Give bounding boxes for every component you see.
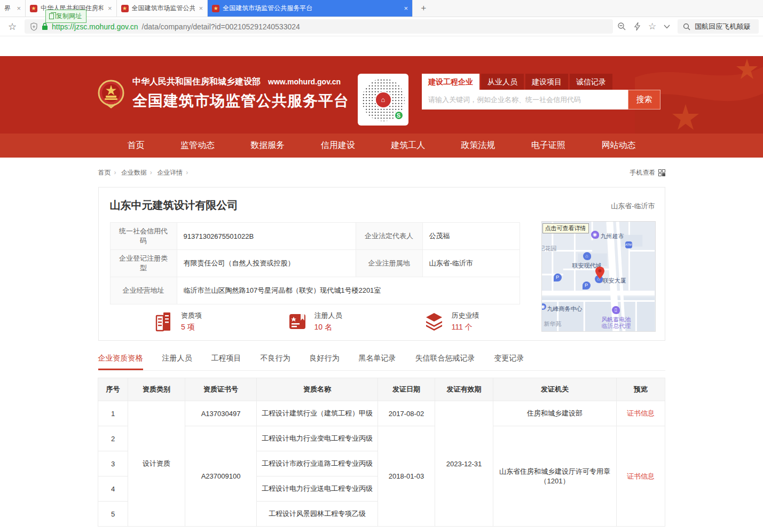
search-tab-credit[interactable]: 诚信记录 bbox=[570, 74, 612, 90]
emblem-favicon-icon: ★ bbox=[212, 5, 219, 12]
supermarket-pin-icon: ◉ bbox=[591, 231, 599, 239]
table-header-row: 序号 资质类别 资质证书号 资质名称 发证日期 发证有效期 发证机关 预览 bbox=[98, 378, 665, 401]
tab-projects[interactable]: 工程项目 bbox=[211, 354, 241, 370]
row-no: 3 bbox=[98, 451, 128, 476]
tab-qualifications[interactable]: 企业资质资格 bbox=[98, 354, 143, 370]
main-nav: 首页 监管动态 数据服务 信用建设 建筑工人 政策法规 电子证照 网站动态 bbox=[0, 134, 763, 158]
breadcrumb-home[interactable]: 首页 bbox=[98, 169, 111, 176]
lightning-icon[interactable] bbox=[634, 22, 641, 31]
search-tab-enterprise[interactable]: 建设工程企业 bbox=[422, 74, 479, 90]
building-icon bbox=[154, 311, 174, 332]
authority-cell: 住房和城乡建设部 bbox=[493, 401, 617, 426]
company-region: 山东省-临沂市 bbox=[611, 201, 655, 211]
tab-dishonesty[interactable]: 失信联合惩戒记录 bbox=[415, 354, 475, 370]
site-search-button[interactable]: 搜索 bbox=[628, 90, 660, 109]
copy-url-tooltip[interactable]: 复制网址 bbox=[45, 10, 86, 23]
platform-title: 全国建筑市场监管公共服务平台 bbox=[132, 91, 349, 111]
site-search-module: 建设工程企业 从业人员 建设项目 诚信记录 搜索 bbox=[422, 74, 660, 109]
tab-close-icon[interactable]: × bbox=[17, 4, 21, 12]
browser-tab-2[interactable]: ★ 全国建筑市场监管公共服务平台 × bbox=[117, 0, 208, 17]
qr-mini-icon bbox=[658, 169, 665, 176]
spacer bbox=[0, 36, 763, 56]
nav-home[interactable]: 首页 bbox=[128, 140, 145, 151]
qual-name-cell: 工程设计电力行业变电工程专业丙级 bbox=[257, 426, 378, 451]
search-tab-personnel[interactable]: 从业人员 bbox=[481, 74, 524, 90]
nav-site-news[interactable]: 网站动态 bbox=[601, 140, 635, 151]
qual-name-cell: 工程设计风景园林工程专项乙级 bbox=[257, 502, 378, 527]
tab-good-behavior[interactable]: 良好行为 bbox=[310, 354, 340, 370]
wechat-icon: S bbox=[394, 111, 404, 120]
new-tab-button[interactable]: ＋ bbox=[413, 0, 434, 17]
address-bar[interactable]: https://jzsc.mohurd.gov.cn/data/company/… bbox=[25, 19, 613, 34]
certificate-icon bbox=[288, 312, 307, 331]
map-label-jiufeng: 九峰商务中心 bbox=[547, 305, 583, 313]
col-issue-date: 发证日期 bbox=[378, 378, 435, 401]
issue-date-cell: 2018-01-03 bbox=[378, 426, 435, 527]
browser-quick-search[interactable]: 国航回应飞机颠簸 bbox=[678, 19, 759, 34]
stat-label: 资质项 bbox=[181, 311, 202, 320]
site-header: 中华人民共和国住房和城乡建设部 www.mohurd.gov.cn 全国建筑市场… bbox=[0, 56, 763, 134]
zoom-out-icon[interactable] bbox=[617, 22, 626, 31]
tab-close-icon[interactable]: × bbox=[108, 4, 112, 12]
authority-cell: 山东省住房和城乡建设厅许可专用章（1201） bbox=[493, 426, 617, 527]
tab-title: 界 bbox=[4, 4, 11, 13]
location-pin-icon bbox=[595, 267, 604, 279]
map-label-lianan-tower: 联安大厦 bbox=[603, 277, 626, 285]
col-category: 资质类别 bbox=[128, 378, 185, 401]
national-emblem-icon bbox=[98, 80, 124, 108]
building-pin-icon: ⌂ bbox=[583, 252, 591, 260]
bookmark-star-icon[interactable]: ☆ bbox=[4, 21, 20, 33]
tab-close-icon[interactable]: × bbox=[199, 4, 203, 12]
nav-policy[interactable]: 政策法规 bbox=[461, 140, 495, 151]
breadcrumb-detail: 企业详情 bbox=[157, 169, 183, 176]
emblem-favicon-icon: ★ bbox=[30, 5, 37, 12]
qr-logo-icon: ⌂ bbox=[375, 91, 392, 108]
favorite-star-icon[interactable]: ☆ bbox=[648, 21, 656, 32]
site-search-input[interactable] bbox=[422, 90, 628, 109]
col-validity: 发证有效期 bbox=[435, 378, 493, 401]
certificate-info-link[interactable]: 证书信息 bbox=[617, 401, 665, 426]
tab-bad-behavior[interactable]: 不良行为 bbox=[261, 354, 290, 370]
browser-tab-0[interactable]: 界 × bbox=[0, 0, 26, 17]
table-row: 1 设计资质 A137030497 工程设计建筑行业（建筑工程）甲级 2017-… bbox=[98, 401, 665, 426]
map-tooltip[interactable]: 点击可查看详情 bbox=[542, 223, 589, 233]
qr-code-card[interactable]: ⌂ S bbox=[358, 74, 408, 126]
company-card: 山东中元建筑设计有限公司 山东省-临沂市 统一社会信用代码 9137130267… bbox=[98, 187, 665, 341]
validity-cell: 2023-12-31 bbox=[435, 401, 493, 527]
nav-data-service[interactable]: 数据服务 bbox=[250, 140, 285, 151]
site-logo[interactable]: 中华人民共和国住房和城乡建设部 www.mohurd.gov.cn 全国建筑市场… bbox=[98, 76, 349, 111]
search-tab-project[interactable]: 建设项目 bbox=[525, 74, 568, 90]
stat-label: 历史业绩 bbox=[452, 311, 479, 320]
stat-value: 111 个 bbox=[452, 323, 479, 332]
tab-title: 全国建筑市场监管公共服务平台 bbox=[132, 4, 195, 13]
url-secure-part: https://jzsc.mohurd.gov.cn bbox=[52, 22, 138, 31]
secure-lock-icon bbox=[42, 22, 48, 30]
breadcrumb: 首页› 企业数据› 企业详情› bbox=[98, 168, 192, 177]
layers-icon bbox=[424, 312, 444, 331]
certificate-info-link[interactable]: 证书信息 bbox=[617, 426, 665, 527]
address-value: 临沂市兰山区陶然路107号星河晶都（联安）现代城1号楼2201室 bbox=[177, 277, 520, 304]
battery-pin-icon: ▯ bbox=[612, 306, 620, 314]
tab-close-icon[interactable]: × bbox=[404, 4, 408, 12]
nav-workers[interactable]: 建筑工人 bbox=[391, 140, 425, 151]
mobile-view-button[interactable]: 手机查看 bbox=[630, 168, 665, 177]
tab-blacklist[interactable]: 黑名单记录 bbox=[359, 354, 396, 370]
breadcrumb-enterprise-data[interactable]: 企业数据 bbox=[121, 169, 147, 176]
copy-icon bbox=[49, 13, 54, 19]
tab-title: 全国建筑市场监管公共服务平台 bbox=[223, 4, 312, 13]
nav-e-license[interactable]: 电子证照 bbox=[531, 140, 565, 151]
field-label: 统一社会信用代码 bbox=[110, 223, 177, 250]
browser-tab-active[interactable]: ★ 全国建筑市场监管公共服务平台 × bbox=[208, 0, 413, 17]
map-label-xinhua: 新华苑 bbox=[544, 320, 562, 328]
browser-window: 界 × ★ 中华人民共和国住房和城乡建设 × ★ 全国建筑市场监管公共服务平台 … bbox=[0, 0, 763, 532]
tab-change-records[interactable]: 变更记录 bbox=[494, 354, 524, 370]
cert-no-cell: A137030497 bbox=[185, 401, 257, 426]
location-map[interactable]: 点击可查看详情 ◉ 九州超市 ATM 记花园 ⌂ 联安现代城 P ⌂ 联安大厦 … bbox=[541, 221, 656, 332]
qr-code-icon: ⌂ S bbox=[362, 79, 405, 121]
chevron-down-icon[interactable] bbox=[664, 25, 670, 29]
nav-credit[interactable]: 信用建设 bbox=[321, 140, 355, 151]
nav-supervision[interactable]: 监管动态 bbox=[180, 140, 215, 151]
row-no: 4 bbox=[98, 476, 128, 502]
tab-registered-personnel[interactable]: 注册人员 bbox=[162, 354, 192, 370]
field-label: 企业登记注册类型 bbox=[110, 250, 177, 277]
